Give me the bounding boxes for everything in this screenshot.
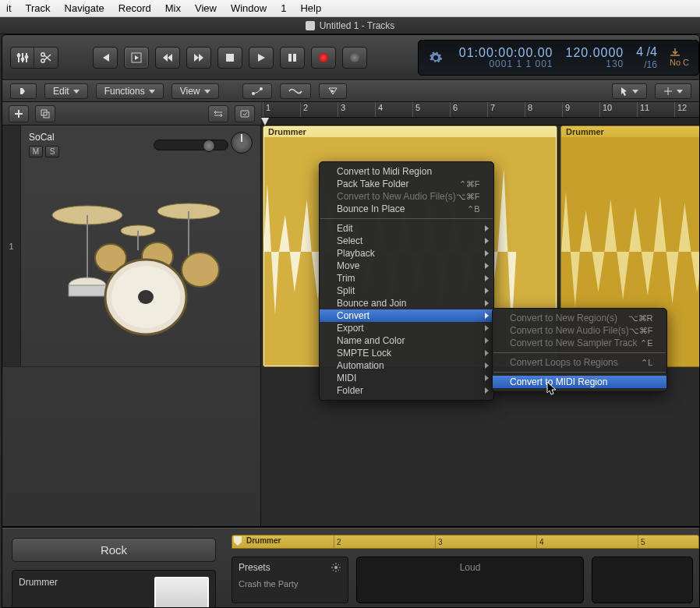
genre-selector[interactable]: Rock [12,538,216,562]
hide-tracks-button[interactable] [10,83,37,99]
menu-item[interactable]: Mix [165,2,181,14]
region-overview-ruler[interactable]: Drummer 2 3 4 5 [232,535,699,549]
ctx-convert-to-midi-region[interactable]: Convert to Midi Region [320,165,493,178]
ctx-convert-new-audio-files: Convert to New Audio File(s)⌥⌘F [493,324,666,337]
ctx-name-and-color[interactable]: Name and Color [320,334,493,347]
stop-button[interactable] [217,47,242,69]
svg-point-2 [25,55,28,58]
menu-item[interactable]: Track [26,2,51,14]
track-headers: 1 SoCal M S [2,125,261,526]
automation-curve-icon[interactable] [242,83,272,99]
lcd-time-signature[interactable]: 4 /4 /16 [636,41,657,75]
svg-rect-8 [293,54,296,62]
lcd-settings-icon[interactable] [425,41,447,75]
ctx-convert[interactable]: Convert [320,309,493,322]
arrange-area[interactable]: Drummer Drummer [261,125,699,526]
catch-playhead-icon[interactable] [319,83,347,99]
go-to-start-button[interactable] [93,47,118,69]
track-filter-button[interactable] [235,105,255,122]
ctx-separator [493,352,666,353]
ctx-smpte-lock[interactable]: SMPTE Lock [320,347,493,359]
menu-item[interactable]: Help [300,2,321,14]
svg-rect-6 [226,54,234,62]
ctx-trim[interactable]: Trim [320,272,493,285]
lcd-extra[interactable]: No C [670,41,689,75]
playhead-flag-icon[interactable] [234,536,242,546]
add-track-button[interactable] [9,105,29,122]
menu-item[interactable]: Record [118,2,151,14]
tracks-area: 1 SoCal M S [2,125,699,528]
track-number: 1 [2,125,21,366]
ctx-edit[interactable]: Edit [320,222,493,235]
bar-ruler[interactable]: 1 2 3 4 5 6 7 8 9 10 11 12 [261,102,699,118]
edit-menu[interactable]: Edit [44,83,88,99]
drummer-editor: Rock Drummer Drummer 2 3 4 5 Presets [2,528,699,608]
ctx-folder[interactable]: Folder [320,384,493,397]
duplicate-track-button[interactable] [35,105,55,122]
lcd-position[interactable]: 01:00:00:00.00 0001 1 1 001 [459,41,553,75]
window-titlebar: Untitled 1 - Tracks [0,17,700,34]
volume-slider[interactable] [154,140,228,150]
gear-icon[interactable] [331,562,341,573]
play-button[interactable] [249,47,274,69]
record-button[interactable] [311,47,336,69]
menu-item[interactable]: Window [231,2,267,14]
snap-menu[interactable] [655,83,691,99]
ctx-automation[interactable]: Automation [320,359,493,372]
svg-point-27 [138,290,154,304]
xy-performance-pad[interactable]: Loud [356,557,584,603]
kit-piece-selector[interactable] [592,557,693,603]
playhead-marker[interactable] [261,118,269,125]
ctx-bounce-in-place[interactable]: Bounce In Place⌃B [320,203,493,215]
rewind-button[interactable] [155,47,180,69]
flex-icon[interactable] [280,83,311,99]
menu-item[interactable]: View [195,2,217,14]
svg-rect-13 [241,111,249,117]
ctx-bounce-and-join[interactable]: Bounce and Join [320,297,493,309]
track-header-bar [2,102,261,125]
ctx-convert-new-sampler-track: Convert to New Sampler Track⌃E [493,337,666,349]
tracks-toolbar: Edit Functions View [2,80,699,102]
xy-label-loud: Loud [460,562,481,573]
pause-button[interactable] [280,47,305,69]
ctx-split[interactable]: Split [320,285,493,297]
region-label: Drummer [263,126,557,137]
ctx-midi[interactable]: MIDI [320,372,493,384]
ctx-select[interactable]: Select [320,235,493,247]
pointer-tool-menu[interactable] [612,83,647,99]
ctx-convert-to-midi-region[interactable]: Convert to MIDI Region [493,376,666,388]
menu-item[interactable]: 1 [281,2,286,14]
volume-thumb[interactable] [203,140,215,152]
menu-item[interactable]: it [6,2,12,14]
lcd-tempo[interactable]: 120.0000 130 [566,41,624,75]
preset-item[interactable]: Crash the Party [239,578,341,590]
view-menu[interactable]: View [171,83,219,99]
drum-kit-image [44,172,247,336]
functions-menu[interactable]: Functions [96,83,164,99]
ctx-move[interactable]: Move [320,260,493,272]
mute-button[interactable]: M [29,146,43,157]
ctx-export[interactable]: Export [320,322,493,334]
menu-item[interactable]: Navigate [65,2,104,14]
scissors-icon[interactable] [34,48,58,68]
ctx-pack-take-folder[interactable]: Pack Take Folder⌃⌘F [320,178,493,190]
play-from-start-button[interactable] [124,47,149,69]
svg-point-28 [334,566,338,569]
track-row[interactable]: 1 SoCal M S [2,125,260,367]
global-tracks-button[interactable] [208,105,228,122]
ctx-separator [493,372,666,373]
pan-knob[interactable] [231,132,253,154]
loop-ruler[interactable] [261,118,699,125]
mixer-controls-icon[interactable] [11,48,34,68]
drummer-character-name: Drummer [19,577,147,588]
forward-button[interactable] [186,47,211,69]
drummer-character-box[interactable]: Drummer [12,570,216,608]
svg-point-1 [21,58,24,61]
ctx-convert-new-regions: Convert to New Region(s)⌥⌘R [493,312,666,324]
solo-button[interactable]: S [45,146,59,157]
transport-controls [93,47,367,69]
lcd-display[interactable]: 01:00:00:00.00 0001 1 1 001 120.0000 130… [418,40,699,76]
capture-recording-button[interactable] [342,47,367,69]
presets-list[interactable]: Presets Crash the Party [232,557,348,603]
ctx-playback[interactable]: Playback [320,247,493,260]
